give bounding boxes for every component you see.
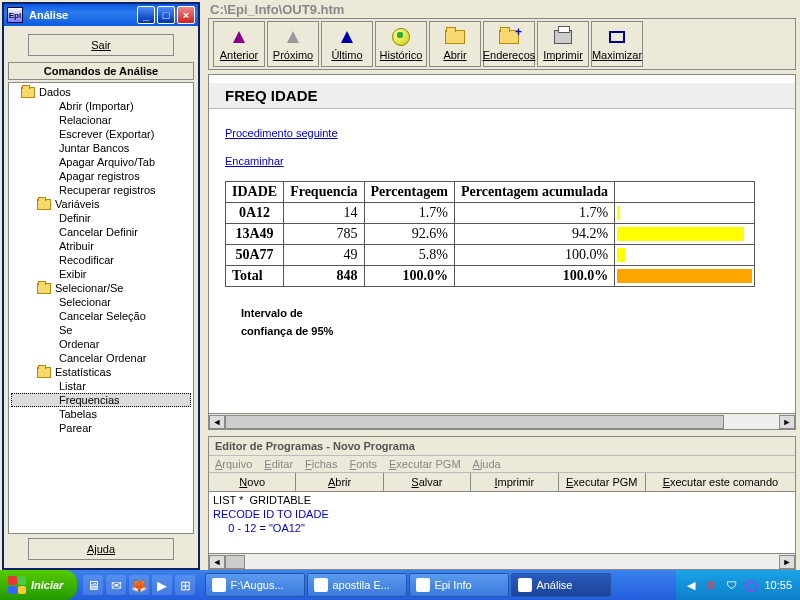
confidence-interval-label: Intervalo deconfiança de 95% [241,303,779,339]
quick-launch-item[interactable]: 🖥 [83,575,103,595]
editor-menu-item[interactable]: Arquivo [215,458,252,470]
scroll-left-button[interactable]: ◄ [209,415,225,429]
tree-leaf[interactable]: Listar [11,379,191,393]
scroll-left-button[interactable]: ◄ [209,555,225,569]
taskbar-task[interactable]: Análise [511,573,611,597]
tree-leaf[interactable]: Apagar Arquivo/Tab [11,155,191,169]
toolbar-maximizar-button[interactable]: Maximizar [591,21,643,67]
tree-leaf[interactable]: Parear [11,421,191,435]
printer-icon [552,27,574,47]
tree-leaf[interactable]: Ordenar [11,337,191,351]
editor-textarea[interactable]: LIST * GRIDTABLE RECODE ID TO IDADE 0 - … [209,492,795,553]
editor-button[interactable]: Salvar [384,473,471,491]
quick-launch: 🖥 ✉ 🦊 ▶ ⊞ [77,575,201,595]
editor-button[interactable]: Imprimir [471,473,558,491]
tree-leaf[interactable]: Abrir (Importar) [11,99,191,113]
output-scrollbar[interactable]: ◄ ► [209,413,795,429]
editor-menu-item[interactable]: Fichas [305,458,337,470]
tree-leaf[interactable]: Escrever (Exportar) [11,127,191,141]
tree-folder[interactable]: Estatísticas [11,365,191,379]
tray-icon[interactable]: ◀ [684,578,698,592]
folder-icon [37,367,51,378]
tree-leaf[interactable]: Recuperar registros [11,183,191,197]
tree-leaf[interactable]: Juntar Bancos [11,141,191,155]
editor-menu-item[interactable]: Fonts [349,458,377,470]
quick-launch-item[interactable]: ▶ [152,575,172,595]
tray-icon[interactable]: ◯ [744,578,758,592]
program-editor: Editor de Programas - Novo Programa Arqu… [208,436,796,570]
arrow-up-icon [228,27,250,47]
exit-button[interactable]: Sair [28,34,174,56]
editor-title: Editor de Programas - Novo Programa [209,437,795,456]
quick-launch-item[interactable]: 🦊 [129,575,149,595]
toolbar-último-button[interactable]: Último [321,21,373,67]
folder-icon [21,87,35,98]
task-icon [518,578,532,592]
minimize-button[interactable]: _ [137,6,155,24]
output-pane[interactable]: FREQ IDADE Procedimento seguinte Encamin… [208,74,796,430]
tree-folder-label: Variáveis [55,198,99,210]
table-row: Total848100.0%100.0% [226,266,755,287]
toolbar-imprimir-button[interactable]: Imprimir [537,21,589,67]
editor-menu[interactable]: ArquivoEditarFichasFontsExecutar PGMAjud… [209,456,795,472]
taskbar-task[interactable]: apostila E... [307,573,407,597]
system-tray[interactable]: ◀ ⚙ 🛡 ◯ 10:55 [676,570,800,600]
toolbar-próximo-button[interactable]: Próximo [267,21,319,67]
app-icon: Epi [7,7,23,23]
tree-folder[interactable]: Selecionar/Se [11,281,191,295]
toolbar-histórico-button[interactable]: Histórico [375,21,427,67]
bar-indicator [617,269,752,283]
tree-leaf[interactable]: Definir [11,211,191,225]
scroll-right-button[interactable]: ► [779,555,795,569]
tree-leaf[interactable]: Atribuir [11,239,191,253]
table-header: Percentagem [364,182,454,203]
editor-menu-item[interactable]: Ajuda [473,458,501,470]
tree-folder[interactable]: Dados [11,85,191,99]
start-button[interactable]: Iniciar [0,570,77,600]
toolbar-label: Abrir [443,49,466,61]
editor-menu-item[interactable]: Executar PGM [389,458,461,470]
quick-launch-item[interactable]: ✉ [106,575,126,595]
right-area: C:\Epi_Info\OUT9.htm AnteriorPróximoÚlti… [204,0,800,570]
tree-leaf[interactable]: Tabelas [11,407,191,421]
help-button[interactable]: Ajuda [28,538,174,560]
tree-leaf[interactable]: Cancelar Ordenar [11,351,191,365]
tree-folder[interactable]: Variáveis [11,197,191,211]
tree-leaf[interactable]: Exibir [11,267,191,281]
editor-button[interactable]: Executar PGM [559,473,646,491]
toolbar-endereços-button[interactable]: +Endereços [483,21,535,67]
tree-leaf[interactable]: Cancelar Seleção [11,309,191,323]
quick-launch-item[interactable]: ⊞ [175,575,195,595]
tree-leaf[interactable]: Apagar registros [11,169,191,183]
editor-menu-item[interactable]: Editar [264,458,293,470]
link-forward[interactable]: Encaminhar [225,155,284,167]
editor-button[interactable]: Novo [209,473,296,491]
tree-leaf[interactable]: Relacionar [11,113,191,127]
command-tree[interactable]: DadosAbrir (Importar)RelacionarEscrever … [8,82,194,534]
scroll-right-button[interactable]: ► [779,415,795,429]
tree-leaf[interactable]: Selecionar [11,295,191,309]
tree-leaf[interactable]: Se [11,323,191,337]
browser-toolbar: AnteriorPróximoÚltimoHistóricoAbrir+Ende… [208,18,796,70]
editor-button[interactable]: Abrir [296,473,383,491]
tray-icon[interactable]: 🛡 [724,578,738,592]
toolbar-abrir-button[interactable]: Abrir [429,21,481,67]
task-icon [314,578,328,592]
taskbar-task[interactable]: Epi Info [409,573,509,597]
arrow-up-icon [282,27,304,47]
tree-leaf[interactable]: Recodificar [11,253,191,267]
tray-icon[interactable]: ⚙ [704,578,718,592]
tree-leaf[interactable]: Cancelar Definir [11,225,191,239]
editor-scrollbar[interactable]: ◄ ► [209,553,795,569]
editor-button[interactable]: Executar este comando [646,473,795,491]
link-next-procedure[interactable]: Procedimento seguinte [225,127,338,139]
toolbar-label: Próximo [273,49,313,61]
fldr-icon [444,27,466,47]
toolbar-anterior-button[interactable]: Anterior [213,21,265,67]
table-header: IDADE [226,182,284,203]
clock[interactable]: 10:55 [764,579,792,591]
maximize-button[interactable]: □ [157,6,175,24]
taskbar-task[interactable]: F:\Augus... [205,573,305,597]
tree-leaf[interactable]: Frequencias [11,393,191,407]
close-button[interactable]: × [177,6,195,24]
